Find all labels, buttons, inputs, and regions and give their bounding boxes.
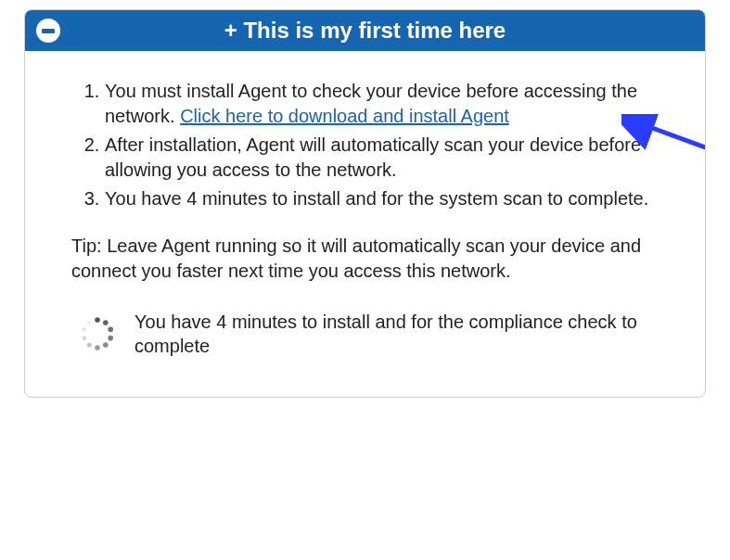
svg-point-1 xyxy=(95,317,100,323)
status-text: You have 4 minutes to install and for th… xyxy=(134,310,675,358)
tip-text: Tip: Leave Agent running so it will auto… xyxy=(55,234,675,284)
minus-icon xyxy=(42,29,55,33)
instruction-item-2: After installation, Agent will automatic… xyxy=(105,133,675,183)
status-row: You have 4 minutes to install and for th… xyxy=(55,310,675,375)
first-time-panel: + This is my first time here You must in… xyxy=(24,9,706,398)
svg-point-7 xyxy=(87,342,92,347)
svg-point-3 xyxy=(108,327,113,333)
download-agent-link[interactable]: Click here to download and install Agent xyxy=(180,106,509,126)
svg-point-9 xyxy=(83,327,87,332)
svg-point-10 xyxy=(87,321,91,325)
instruction-item-3: You have 4 minutes to install and for th… xyxy=(105,186,675,211)
instruction-list: You must install Agent to check your dev… xyxy=(55,79,675,211)
panel-title: + This is my first time here xyxy=(60,18,694,44)
loading-spinner-icon xyxy=(77,313,118,354)
panel-header[interactable]: + This is my first time here xyxy=(25,10,705,51)
instruction-item-1: You must install Agent to check your dev… xyxy=(105,79,675,129)
svg-point-8 xyxy=(82,336,86,340)
svg-point-6 xyxy=(95,345,100,350)
svg-point-4 xyxy=(108,336,113,341)
collapse-button[interactable] xyxy=(36,19,60,43)
panel-content: You must install Agent to check your dev… xyxy=(25,51,705,397)
svg-point-2 xyxy=(103,320,109,325)
svg-point-5 xyxy=(103,342,109,348)
